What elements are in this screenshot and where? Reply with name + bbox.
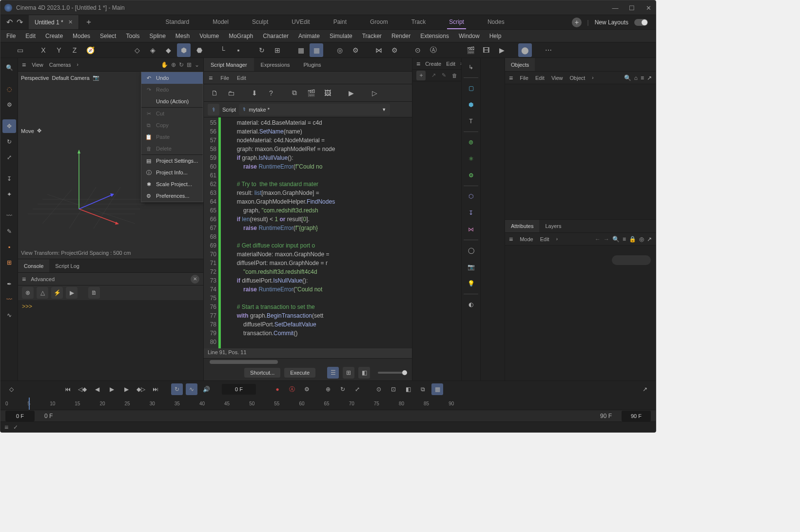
uv-tool-icon[interactable]: ⊞ — [2, 256, 16, 269]
path-tool-icon[interactable]: ∿ — [2, 308, 16, 322]
menu-help[interactable]: Help — [489, 33, 502, 39]
add-icon[interactable]: ＋ — [416, 71, 426, 80]
undo-icon[interactable]: ↶ — [6, 18, 13, 27]
eff-icon[interactable]: ◐ — [464, 297, 478, 312]
vp-cameras-menu[interactable]: Cameras — [49, 62, 71, 68]
zoom-slider[interactable] — [378, 372, 407, 374]
pivot-icon[interactable]: ↳ — [464, 60, 478, 75]
new-script-icon[interactable]: 🗋 — [208, 86, 221, 100]
curve-tool-icon[interactable]: 〰 — [2, 293, 16, 306]
guides-icon[interactable]: ▦ — [310, 43, 323, 57]
first-frame-icon[interactable]: ⏮ — [62, 383, 74, 395]
light-icon[interactable]: 💡 — [464, 276, 478, 291]
stop-icon[interactable]: ⊗ — [22, 287, 34, 299]
keyopt-icon[interactable]: ⚙ — [301, 383, 312, 395]
tag3-icon[interactable]: ⋈ — [464, 222, 478, 237]
menu-render[interactable]: Render — [391, 33, 410, 39]
layout-tab-standard[interactable]: Standard — [164, 16, 192, 29]
menu-character[interactable]: Character — [263, 33, 289, 39]
clapper-icon[interactable]: 🎬 — [304, 86, 318, 100]
target-icon[interactable]: ◎ — [333, 43, 347, 57]
help-icon[interactable]: ? — [264, 86, 278, 100]
attr-edit-menu[interactable]: Edit — [540, 236, 549, 242]
image-icon[interactable]: 🖼 — [321, 86, 334, 100]
menu-mesh[interactable]: Mesh — [176, 33, 190, 39]
code-editor[interactable]: 5556575859606162636465666768697071727374… — [204, 117, 412, 348]
search-icon[interactable]: 🔍 — [624, 75, 631, 81]
menu-tracker[interactable]: Tracker — [362, 33, 382, 39]
gear2-icon[interactable]: ⚙ — [464, 168, 478, 183]
rotate-vp-icon[interactable]: ↻ — [179, 61, 184, 68]
current-frame-field[interactable]: 0 F — [222, 384, 256, 395]
attr-mode-menu[interactable]: Mode — [520, 236, 533, 242]
attr-field[interactable] — [612, 255, 651, 265]
copy-script-icon[interactable]: ⧉ — [288, 86, 301, 100]
play-icon[interactable]: ▶ — [66, 287, 78, 299]
list-icon[interactable]: ≡ — [623, 236, 626, 243]
house-icon[interactable]: ⌂ — [634, 75, 638, 81]
console-tab[interactable]: Console — [18, 259, 49, 272]
menu-create[interactable]: Create — [45, 33, 63, 39]
target-icon[interactable]: ◎ — [639, 236, 644, 243]
script-select[interactable]: ⚕ mytake * ▼ — [239, 104, 390, 115]
overlay2-icon[interactable]: Ⓐ — [427, 43, 440, 57]
autokey-icon[interactable]: Ⓐ — [286, 383, 298, 395]
sound-icon[interactable]: 🔊 — [200, 383, 212, 395]
doc-icon[interactable]: 🗎 — [88, 287, 100, 299]
menu-tools[interactable]: Tools — [126, 33, 139, 39]
layers-tab[interactable]: Layers — [539, 220, 567, 232]
layout-tab-model[interactable]: Model — [211, 16, 231, 29]
close-button[interactable]: ✕ — [645, 4, 652, 11]
viewport[interactable]: Perspective Default Camera 📷 YZX Move ✥ — [18, 72, 203, 259]
cam-icon[interactable]: 📷 — [464, 260, 478, 274]
loop-icon[interactable]: ↻ — [171, 383, 183, 395]
keyframe-diamond-icon[interactable]: ◇ — [5, 383, 17, 395]
script-file-menu[interactable]: File — [220, 75, 229, 81]
prev-key-icon[interactable]: ◁◆ — [77, 383, 88, 395]
sym-settings-icon[interactable]: ⚙ — [388, 43, 401, 57]
hamburger-icon[interactable]: ≡ — [22, 61, 26, 69]
placement-tool-icon[interactable]: ↧ — [2, 172, 16, 186]
console-output[interactable]: >>> — [18, 300, 203, 380]
obj-object-menu[interactable]: Object — [570, 75, 585, 81]
next-key-icon[interactable]: ◆▷ — [135, 383, 147, 395]
obj-file-menu[interactable]: File — [520, 75, 528, 81]
shortcut-button[interactable]: Shortcut... — [244, 368, 280, 378]
clap-icon[interactable]: 🎬 — [464, 43, 477, 57]
menu-modes[interactable]: Modes — [73, 33, 90, 39]
chevron-right-icon[interactable]: › — [592, 75, 593, 80]
popout-icon[interactable]: ↗ — [647, 236, 652, 243]
ctx-delete[interactable]: 🗑Delete — [141, 143, 203, 154]
restore-icon[interactable]: ↻ — [255, 43, 269, 57]
link-icon[interactable]: ⚛ — [464, 152, 478, 166]
brush-tool-icon[interactable]: 〰 — [2, 209, 16, 223]
object-tree[interactable] — [505, 84, 656, 219]
copy-key-icon[interactable]: ⧉ — [417, 383, 429, 395]
dark-square-icon[interactable]: ▪ — [232, 43, 245, 57]
attributes-panel[interactable] — [505, 246, 656, 380]
rot-key-icon[interactable]: ↻ — [337, 383, 349, 395]
add-layout-button[interactable]: ＋ — [572, 18, 582, 27]
symmetry-icon[interactable]: ⋈ — [372, 43, 386, 57]
close-tab-icon[interactable]: ✕ — [68, 19, 73, 25]
hamburger-icon[interactable]: ≡ — [509, 74, 513, 82]
document-tab[interactable]: Untitled 1 * ✕ — [29, 15, 79, 29]
rotate-tool-icon[interactable]: ↻ — [2, 135, 16, 149]
obj-edit-menu[interactable]: Edit — [535, 75, 545, 81]
more-tool-icon[interactable]: ✦ — [2, 188, 16, 201]
layout-toggle[interactable] — [634, 19, 648, 26]
attributes-tab[interactable]: Attributes — [505, 220, 539, 232]
hamburger-icon[interactable]: ≡ — [209, 74, 213, 82]
ctx-redo[interactable]: ↷Redo — [141, 84, 203, 95]
rect-icon[interactable]: ▢ — [464, 81, 478, 95]
brush2-tool-icon[interactable]: ✎ — [2, 225, 16, 238]
trash-icon[interactable]: 🗑 — [452, 73, 457, 78]
tag1-icon[interactable]: ⬡ — [464, 189, 478, 204]
list-view-icon[interactable]: ☰ — [327, 367, 339, 379]
menu-volume[interactable]: Volume — [199, 33, 219, 39]
script-log-tab[interactable]: Script Log — [49, 259, 85, 272]
render-icon[interactable]: ▶ — [495, 43, 508, 57]
grid-icon[interactable]: ▦ — [294, 43, 308, 57]
layout-tab-paint[interactable]: Paint — [332, 16, 349, 29]
menu-spline[interactable]: Spline — [149, 33, 165, 39]
